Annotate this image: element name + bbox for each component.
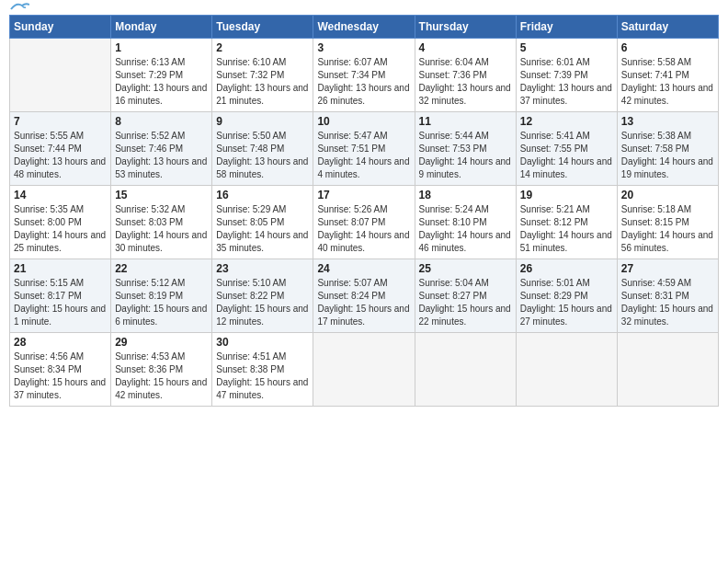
- day-number: 1: [115, 41, 208, 54]
- day-info: Sunrise: 5:12 AMSunset: 8:19 PMDaylight:…: [115, 277, 208, 328]
- day-number: 29: [115, 336, 208, 349]
- calendar-cell: [516, 333, 617, 407]
- calendar-cell: 13Sunrise: 5:38 AMSunset: 7:58 PMDayligh…: [617, 112, 718, 186]
- day-number: 12: [520, 115, 613, 128]
- day-number: 3: [317, 41, 410, 54]
- calendar-cell: 25Sunrise: 5:04 AMSunset: 8:27 PMDayligh…: [415, 259, 516, 333]
- day-number: 7: [14, 115, 107, 128]
- day-info: Sunrise: 5:24 AMSunset: 8:10 PMDaylight:…: [419, 203, 512, 255]
- calendar-week-row: 7Sunrise: 5:55 AMSunset: 7:44 PMDaylight…: [10, 112, 719, 186]
- day-number: 22: [115, 262, 208, 275]
- day-info: Sunrise: 6:07 AMSunset: 7:34 PMDaylight:…: [317, 56, 410, 108]
- day-number: 9: [216, 115, 309, 128]
- day-number: 20: [621, 189, 714, 201]
- calendar-cell: [313, 333, 415, 407]
- weekday-header-saturday: Saturday: [617, 16, 718, 39]
- calendar-cell: 12Sunrise: 5:41 AMSunset: 7:55 PMDayligh…: [516, 112, 617, 186]
- calendar-cell: 10Sunrise: 5:47 AMSunset: 7:51 PMDayligh…: [313, 112, 415, 186]
- calendar-cell: 4Sunrise: 6:04 AMSunset: 7:36 PMDaylight…: [415, 39, 516, 112]
- calendar-cell: [617, 333, 718, 407]
- day-number: 30: [216, 336, 309, 349]
- calendar-cell: 18Sunrise: 5:24 AMSunset: 8:10 PMDayligh…: [415, 186, 516, 259]
- day-info: Sunrise: 5:10 AMSunset: 8:22 PMDaylight:…: [216, 277, 309, 328]
- logo-bird-icon: [9, 2, 29, 15]
- calendar-cell: 26Sunrise: 5:01 AMSunset: 8:29 PMDayligh…: [516, 259, 617, 333]
- calendar-cell: [10, 39, 111, 112]
- day-number: 16: [216, 189, 309, 201]
- calendar-cell: 6Sunrise: 5:58 AMSunset: 7:41 PMDaylight…: [617, 39, 718, 112]
- day-info: Sunrise: 6:10 AMSunset: 7:32 PMDaylight:…: [216, 56, 309, 108]
- day-number: 14: [14, 189, 107, 201]
- calendar-cell: 8Sunrise: 5:52 AMSunset: 7:46 PMDaylight…: [111, 112, 212, 186]
- weekday-header-monday: Monday: [111, 16, 212, 39]
- day-info: Sunrise: 5:29 AMSunset: 8:05 PMDaylight:…: [216, 203, 309, 255]
- day-info: Sunrise: 5:55 AMSunset: 7:44 PMDaylight:…: [14, 130, 107, 181]
- calendar-cell: 9Sunrise: 5:50 AMSunset: 7:48 PMDaylight…: [212, 112, 313, 186]
- day-number: 6: [621, 41, 714, 54]
- day-number: 4: [419, 41, 512, 54]
- weekday-header-sunday: Sunday: [10, 16, 111, 39]
- calendar-cell: 30Sunrise: 4:51 AMSunset: 8:38 PMDayligh…: [212, 333, 313, 407]
- day-number: 8: [115, 115, 208, 128]
- day-info: Sunrise: 5:58 AMSunset: 7:41 PMDaylight:…: [621, 56, 714, 108]
- day-info: Sunrise: 5:15 AMSunset: 8:17 PMDaylight:…: [14, 277, 107, 328]
- calendar-cell: 2Sunrise: 6:10 AMSunset: 7:32 PMDaylight…: [212, 39, 313, 112]
- calendar-cell: 5Sunrise: 6:01 AMSunset: 7:39 PMDaylight…: [516, 39, 617, 112]
- day-number: 2: [216, 41, 309, 54]
- day-number: 25: [419, 262, 512, 275]
- day-info: Sunrise: 5:47 AMSunset: 7:51 PMDaylight:…: [317, 130, 410, 181]
- day-number: 18: [419, 189, 512, 201]
- day-number: 21: [14, 262, 107, 275]
- day-info: Sunrise: 5:32 AMSunset: 8:03 PMDaylight:…: [115, 203, 208, 255]
- day-number: 26: [520, 262, 613, 275]
- day-number: 27: [621, 262, 714, 275]
- day-info: Sunrise: 6:01 AMSunset: 7:39 PMDaylight:…: [520, 56, 613, 108]
- calendar-cell: 29Sunrise: 4:53 AMSunset: 8:36 PMDayligh…: [111, 333, 212, 407]
- calendar-cell: 20Sunrise: 5:18 AMSunset: 8:15 PMDayligh…: [617, 186, 718, 259]
- calendar-cell: 16Sunrise: 5:29 AMSunset: 8:05 PMDayligh…: [212, 186, 313, 259]
- day-info: Sunrise: 6:13 AMSunset: 7:29 PMDaylight:…: [115, 56, 208, 108]
- day-info: Sunrise: 5:26 AMSunset: 8:07 PMDaylight:…: [317, 203, 410, 255]
- calendar-cell: 1Sunrise: 6:13 AMSunset: 7:29 PMDaylight…: [111, 39, 212, 112]
- calendar-cell: [415, 333, 516, 407]
- calendar-cell: 15Sunrise: 5:32 AMSunset: 8:03 PMDayligh…: [111, 186, 212, 259]
- day-number: 5: [520, 41, 613, 54]
- calendar-week-row: 1Sunrise: 6:13 AMSunset: 7:29 PMDaylight…: [10, 39, 719, 112]
- day-info: Sunrise: 5:41 AMSunset: 7:55 PMDaylight:…: [520, 130, 613, 181]
- weekday-header-thursday: Thursday: [415, 16, 516, 39]
- day-info: Sunrise: 5:07 AMSunset: 8:24 PMDaylight:…: [317, 277, 410, 328]
- calendar-week-row: 14Sunrise: 5:35 AMSunset: 8:00 PMDayligh…: [10, 186, 719, 259]
- calendar-week-row: 21Sunrise: 5:15 AMSunset: 8:17 PMDayligh…: [10, 259, 719, 333]
- day-info: Sunrise: 5:38 AMSunset: 7:58 PMDaylight:…: [621, 130, 714, 181]
- day-info: Sunrise: 4:59 AMSunset: 8:31 PMDaylight:…: [621, 277, 714, 328]
- day-info: Sunrise: 5:21 AMSunset: 8:12 PMDaylight:…: [520, 203, 613, 255]
- calendar-cell: 7Sunrise: 5:55 AMSunset: 7:44 PMDaylight…: [10, 112, 111, 186]
- day-info: Sunrise: 5:35 AMSunset: 8:00 PMDaylight:…: [14, 203, 107, 255]
- day-number: 28: [14, 336, 107, 349]
- day-number: 23: [216, 262, 309, 275]
- day-info: Sunrise: 6:04 AMSunset: 7:36 PMDaylight:…: [419, 56, 512, 108]
- calendar-cell: 14Sunrise: 5:35 AMSunset: 8:00 PMDayligh…: [10, 186, 111, 259]
- day-number: 11: [419, 115, 512, 128]
- weekday-header-tuesday: Tuesday: [212, 16, 313, 39]
- weekday-header-wednesday: Wednesday: [313, 16, 415, 39]
- day-info: Sunrise: 5:50 AMSunset: 7:48 PMDaylight:…: [216, 130, 309, 181]
- day-info: Sunrise: 4:51 AMSunset: 8:38 PMDaylight:…: [216, 350, 309, 402]
- calendar-cell: 19Sunrise: 5:21 AMSunset: 8:12 PMDayligh…: [516, 186, 617, 259]
- day-info: Sunrise: 5:01 AMSunset: 8:29 PMDaylight:…: [520, 277, 613, 328]
- calendar-cell: 22Sunrise: 5:12 AMSunset: 8:19 PMDayligh…: [111, 259, 212, 333]
- weekday-header-row: SundayMondayTuesdayWednesdayThursdayFrid…: [10, 16, 719, 39]
- calendar-cell: 24Sunrise: 5:07 AMSunset: 8:24 PMDayligh…: [313, 259, 415, 333]
- weekday-header-friday: Friday: [516, 16, 617, 39]
- calendar-cell: 28Sunrise: 4:56 AMSunset: 8:34 PMDayligh…: [10, 333, 111, 407]
- day-info: Sunrise: 5:04 AMSunset: 8:27 PMDaylight:…: [419, 277, 512, 328]
- day-info: Sunrise: 5:18 AMSunset: 8:15 PMDaylight:…: [621, 203, 714, 255]
- calendar-cell: 21Sunrise: 5:15 AMSunset: 8:17 PMDayligh…: [10, 259, 111, 333]
- day-number: 17: [317, 189, 410, 201]
- day-info: Sunrise: 5:44 AMSunset: 7:53 PMDaylight:…: [419, 130, 512, 181]
- calendar-cell: 3Sunrise: 6:07 AMSunset: 7:34 PMDaylight…: [313, 39, 415, 112]
- day-number: 15: [115, 189, 208, 201]
- calendar-week-row: 28Sunrise: 4:56 AMSunset: 8:34 PMDayligh…: [10, 333, 719, 407]
- calendar-cell: 11Sunrise: 5:44 AMSunset: 7:53 PMDayligh…: [415, 112, 516, 186]
- day-info: Sunrise: 4:53 AMSunset: 8:36 PMDaylight:…: [115, 350, 208, 402]
